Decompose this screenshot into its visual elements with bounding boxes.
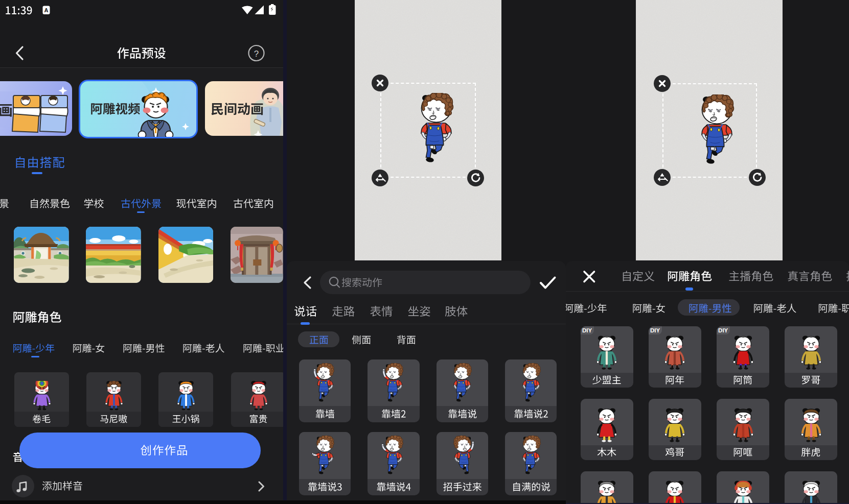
svg-text:?: ? (254, 49, 259, 59)
svg-text:A: A (44, 7, 49, 13)
